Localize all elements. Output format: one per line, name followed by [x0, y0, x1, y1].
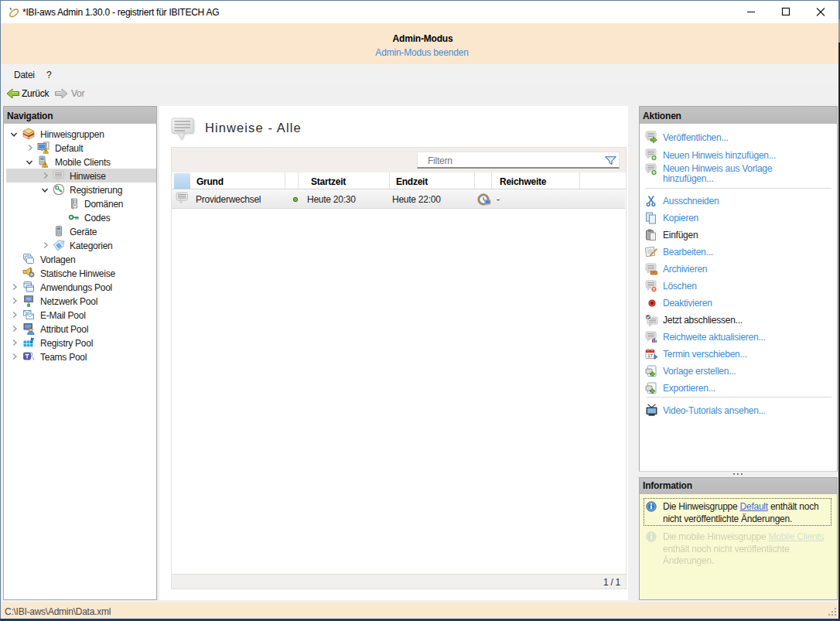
svg-text:17: 17: [647, 353, 653, 358]
